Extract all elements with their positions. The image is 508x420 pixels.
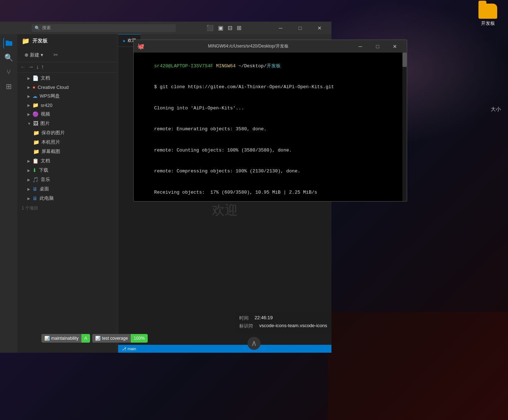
terminal-close[interactable]: ✕ <box>387 40 403 53</box>
chevron-right: ▶ <box>27 159 30 163</box>
item-icon: 🖥 <box>32 195 37 201</box>
term-line-2: $ git clone https://gitee.com/Ai-Thinker… <box>137 77 403 98</box>
tree-item-docs2[interactable]: ▶ 📋 文档 <box>17 156 118 166</box>
size-label: 大小 <box>491 106 501 113</box>
tree-item-screenshots[interactable]: 📁 屏幕截图 <box>17 147 118 156</box>
tree-item-documents[interactable]: ▶ 📄 文档 <box>17 73 118 83</box>
tree-item-downloads[interactable]: ▶ ⬇ 下载 <box>17 166 118 175</box>
term-line-3: Cloning into 'AiPi-Open-Kits'... <box>137 98 403 119</box>
tree-item-local-photos[interactable]: 📁 本机照片 <box>17 137 118 147</box>
nav-up[interactable]: ↑ <box>41 64 44 70</box>
bottom-dark-bg <box>328 312 508 420</box>
item-label: 文档 <box>41 75 50 81</box>
item-label: Creative Cloud <box>37 85 68 90</box>
layout-icons: ⬛ ▣ ⊟ ⊞ <box>206 24 241 31</box>
item-icon: 📁 <box>33 149 39 154</box>
explorer-nav: ← → ↓ ↑ <box>17 62 118 72</box>
item-label: 图片 <box>40 120 50 127</box>
layout-icon-4[interactable]: ⊞ <box>237 24 241 31</box>
item-icon: 📄 <box>32 75 39 81</box>
sidebar-item-search[interactable]: 🔍 <box>3 52 14 63</box>
nav-back[interactable]: ← <box>20 64 26 70</box>
layout-icon-3[interactable]: ⊟ <box>228 24 232 31</box>
folder-icon: 📁 <box>22 37 30 45</box>
time-info-panel: 时间 22:46:19 标识符 vscode-icons-team.vscode… <box>235 312 331 334</box>
maximize-button[interactable]: □ <box>292 22 308 34</box>
search-box[interactable]: 🔍 搜索 <box>32 24 176 32</box>
tree-item-videos[interactable]: ▶ 🟣 视频 <box>17 109 118 119</box>
terminal-body: sr420@LAPTOP-I3SV7S4F MINGW64 ~/Desktop/… <box>134 53 407 201</box>
tree-item-wps[interactable]: ▶ ☁ WPS网盘 <box>17 91 118 101</box>
tag-row: 标识符 vscode-icons-team.vscode-icons <box>239 323 327 329</box>
sidebar-item-extensions[interactable]: ⊞ <box>3 81 14 92</box>
new-icon: ⊕ <box>24 52 28 58</box>
item-label: 本机照片 <box>41 139 60 145</box>
chart-icon: 📊 <box>44 336 50 341</box>
terminal-controls: ─ □ ✕ <box>352 40 403 53</box>
tree-item-sr420[interactable]: ▶ 📁 sr420 <box>17 101 118 109</box>
close-button[interactable]: ✕ <box>311 22 328 34</box>
item-label: sr420 <box>41 103 53 108</box>
tree-item-pictures[interactable]: ▼ 🖼 图片 <box>17 119 118 128</box>
item-icon: 🖼 <box>33 121 38 126</box>
item-icon: ⬇ <box>32 167 37 173</box>
new-button[interactable]: ⊕ 新建 ▾ <box>22 50 46 60</box>
badge-left-2: 📊 test coverage <box>92 334 131 343</box>
explorer-folder-name: 开发板 <box>32 38 48 44</box>
layout-icon-1[interactable]: ⬛ <box>206 24 214 31</box>
file-explorer-panel: 📁 开发板 ⊕ 新建 ▾ ✂ ← → ↓ ↑ ▶ 📄 <box>17 34 118 353</box>
item-icon: 📁 <box>32 102 39 108</box>
chevron-right: ▶ <box>27 112 30 116</box>
nav-down[interactable]: ↓ <box>36 64 39 70</box>
scrollbar-thumb <box>402 53 407 67</box>
item-icon: 🟣 <box>32 111 39 117</box>
item-icon: 📁 <box>33 130 39 136</box>
sidebar-item-explorer[interactable] <box>3 38 14 49</box>
explorer-folder-title: 📁 开发板 <box>17 34 118 48</box>
activity-bar: 🔍 ⑂ ⊞ <box>0 34 17 353</box>
item-icon: ● <box>32 84 35 90</box>
term-line-1: sr420@LAPTOP-I3SV7S4F MINGW64 ~/Desktop/… <box>137 55 403 77</box>
terminal-maximize[interactable]: □ <box>369 40 386 53</box>
chevron-right: ▶ <box>27 187 30 191</box>
scroll-up-button[interactable]: ∧ <box>248 337 260 350</box>
time-label: 时间 <box>239 315 249 321</box>
item-label: 屏幕截图 <box>41 148 60 155</box>
tree-item-saved-pics[interactable]: 📁 保存的图片 <box>17 128 118 137</box>
tree-item-creative-cloud[interactable]: ▶ ● Creative Cloud <box>17 83 118 91</box>
chevron-right: ▶ <box>27 103 30 107</box>
chart-icon-2: 📊 <box>95 336 101 341</box>
nav-forward[interactable]: → <box>28 64 34 70</box>
item-icon: 🖥 <box>32 186 37 192</box>
search-placeholder: 搜索 <box>42 25 51 31</box>
term-line-6: remote: Compressing objects: 100% (2130/… <box>137 161 403 182</box>
new-label: 新建 <box>30 52 39 58</box>
chevron-down: ▼ <box>27 122 31 126</box>
tree-item-music[interactable]: ▶ 🎵 音乐 <box>17 175 118 184</box>
tree-item-computer[interactable]: ▶ 🖥 此电脑 <box>17 194 118 203</box>
minimize-button[interactable]: ─ <box>272 22 289 34</box>
terminal-minimize[interactable]: ─ <box>352 40 369 53</box>
chevron-right: ▶ <box>27 197 30 200</box>
cut-button[interactable]: ✂ <box>50 50 61 60</box>
dropdown-icon: ▾ <box>41 52 43 58</box>
item-label: WPS网盘 <box>40 93 60 99</box>
terminal-scrollbar[interactable] <box>402 53 407 201</box>
term-user: sr420@LAPTOP-I3SV7S4F <box>154 63 213 69</box>
chevron-right: ▶ <box>27 168 30 172</box>
search-icon: 🔍 <box>35 26 40 31</box>
sidebar-item-git[interactable]: ⑂ <box>3 67 14 77</box>
badge-left-1: 📊 maintainability <box>41 334 81 343</box>
layout-icon-2[interactable]: ▣ <box>218 24 223 31</box>
time-row: 时间 22:46:19 <box>239 315 327 321</box>
terminal-window: 🐙 MINGW64:/c/Users/sr420/Desktop/开发板 ─ □… <box>133 40 407 202</box>
item-icon: 📁 <box>33 139 39 145</box>
tree-item-desktop[interactable]: ▶ 🖥 桌面 <box>17 184 118 194</box>
terminal-title: MINGW64:/c/Users/sr420/Desktop/开发板 <box>147 43 349 49</box>
item-label: 桌面 <box>40 186 49 192</box>
desktop-folder-icon <box>478 4 497 19</box>
badge-label-2: test coverage <box>102 336 128 341</box>
divider-1 <box>17 72 118 73</box>
welcome-text: 欢迎 <box>212 202 238 219</box>
desktop-folder[interactable]: 开发板 <box>478 4 497 27</box>
